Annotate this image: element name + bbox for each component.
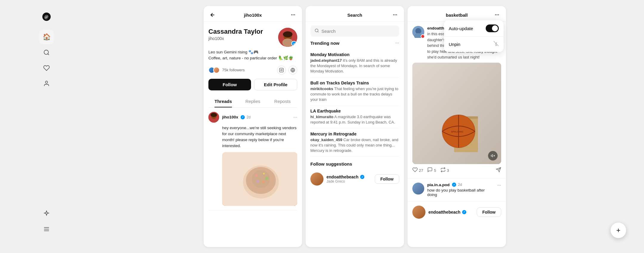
- basketball-text-2: how do you play basketball after doing: [427, 188, 494, 197]
- sidebar-bottom: [39, 206, 54, 242]
- profile-panel: jiho100x ··· Cassandra Taylor jiho100x: [204, 6, 302, 247]
- edit-profile-button[interactable]: Edit Profile: [254, 79, 297, 90]
- trending-desc-2: hi_kimuraito A magnitude 3.0 earthquake …: [310, 114, 399, 125]
- svg-text:SPALDING: SPALDING: [451, 130, 463, 133]
- svg-point-24: [265, 177, 268, 180]
- search-input[interactable]: [321, 29, 395, 34]
- svg-point-12: [282, 69, 283, 69]
- thread-post-username: jiho100x: [222, 115, 238, 119]
- repost-button-1[interactable]: 3: [440, 167, 449, 174]
- basketball-panel-title: basketball: [446, 13, 467, 18]
- dropdown-auto-update[interactable]: Auto-update: [444, 20, 504, 37]
- profile-content: Cassandra Taylor jiho100x: [204, 22, 302, 247]
- basketball-suggestion: endoatthebeach ✓ Follow: [408, 201, 506, 223]
- follow-button[interactable]: Follow: [208, 79, 251, 90]
- profile-bio: Leo sun Gemini rising 🐾🎮 Coffee, art, na…: [208, 49, 297, 61]
- basketball-username-2: pia.in.a.pod: [427, 183, 450, 187]
- trending-item-3[interactable]: Mercury in Retrograde okay_kaiden_459 Ca…: [310, 129, 399, 157]
- suggestion-name-0: endoatthebeach ✓: [326, 175, 372, 179]
- svg-point-8: [283, 31, 292, 37]
- trending-desc-0: jaded.elephant17 it's only 8AM and this …: [310, 58, 399, 74]
- comment-icon: [427, 167, 433, 174]
- link-icon[interactable]: [288, 66, 297, 75]
- search-bar-container: [306, 22, 404, 40]
- comment-button-1[interactable]: 5: [427, 167, 436, 174]
- volume-button[interactable]: [488, 151, 498, 161]
- like-button-1[interactable]: 27: [412, 167, 423, 174]
- search-bar: [310, 25, 399, 37]
- trending-header: Trending now ···: [310, 40, 399, 46]
- search-panel-title: Search: [347, 13, 362, 18]
- trending-desc-3: okay_kaiden_459 Car broke down, nail bro…: [310, 137, 399, 154]
- sidebar-item-search[interactable]: [39, 45, 54, 60]
- basketball-avatar-2: [412, 183, 424, 195]
- sidebar-item-home[interactable]: 🏠: [39, 30, 54, 44]
- social-icons: [277, 66, 297, 75]
- live-badge: [421, 34, 425, 38]
- suggestion-follow-button-0[interactable]: Follow: [375, 174, 399, 184]
- trending-item-2[interactable]: LA Earthquake hi_kimuraito A magnitude 3…: [310, 106, 399, 128]
- sidebar-item-profile[interactable]: [39, 76, 54, 91]
- tab-replies[interactable]: Replies: [238, 95, 267, 107]
- trending-topic-2: LA Earthquake: [310, 109, 399, 113]
- svg-point-11: [281, 69, 282, 71]
- basketball-post-meta-2: pia.in.a.pod ✓ 2d how do you play basket…: [427, 183, 494, 197]
- thread-post-avatar: [208, 112, 219, 123]
- threads-logo[interactable]: @: [41, 11, 52, 23]
- svg-rect-10: [279, 68, 283, 72]
- sidebar-item-menu[interactable]: [39, 222, 54, 236]
- auto-update-label: Auto-update: [449, 26, 473, 31]
- svg-text:@: @: [44, 15, 48, 19]
- repost-count-1: 3: [447, 168, 449, 173]
- basketball-time-2: 2d: [458, 183, 462, 187]
- instagram-icon[interactable]: [277, 66, 286, 75]
- search-more-button[interactable]: ···: [391, 11, 399, 19]
- unpin-label: Unpin: [449, 42, 460, 47]
- svg-point-17: [210, 113, 217, 117]
- sidebar-nav: 🏠: [39, 30, 54, 204]
- sidebar-item-likes[interactable]: [39, 61, 54, 75]
- profile-actions: Follow Edit Profile: [208, 79, 297, 90]
- thread-post-verified: ✓: [241, 115, 245, 119]
- panels-wrapper: jiho100x ··· Cassandra Taylor jiho100x: [204, 6, 506, 247]
- auto-update-toggle[interactable]: [486, 24, 499, 32]
- trending-item-1[interactable]: Bull on Tracks Delays Trains mirikitcook…: [310, 78, 399, 106]
- basketball-suggestion-follow-button[interactable]: Follow: [477, 207, 501, 217]
- thread-post: jiho100x ✓ 2d ··· hey everyone...we're s…: [208, 108, 297, 210]
- trending-topic-0: Monday Motivation: [310, 52, 399, 57]
- thread-post-time: 2d: [247, 115, 250, 119]
- search-panel-header: Search ···: [306, 6, 404, 22]
- tab-threads[interactable]: Threads: [208, 95, 238, 107]
- sidebar-item-pin[interactable]: [39, 206, 54, 221]
- search-panel: Search ··· Trending now ···: [306, 6, 404, 247]
- thread-post-image-inner: [222, 152, 297, 206]
- fab-button[interactable]: +: [611, 223, 626, 238]
- svg-point-25: [257, 181, 259, 182]
- suggestions-title: Follow suggestions: [310, 161, 399, 166]
- trending-more[interactable]: ···: [395, 40, 399, 46]
- back-button[interactable]: [208, 11, 217, 19]
- post-actions-1: 27 5: [412, 167, 501, 174]
- dropdown-unpin[interactable]: Unpin: [444, 37, 504, 52]
- unpin-icon: [493, 41, 499, 48]
- share-button-1[interactable]: [496, 167, 501, 174]
- basketball-post-header-2: pia.in.a.pod ✓ 2d how do you play basket…: [412, 183, 501, 197]
- tab-reposts[interactable]: Reposts: [268, 95, 297, 107]
- basketball-more-2[interactable]: ···: [497, 183, 501, 188]
- svg-point-27: [315, 29, 318, 32]
- profile-stats: 75k followers: [208, 66, 297, 75]
- basketball-content: endoattheb... in this essaydaughter'sbeh…: [408, 22, 506, 247]
- search-icon: [315, 28, 319, 34]
- basketball-post-2: pia.in.a.pod ✓ 2d how do you play basket…: [408, 178, 506, 201]
- profile-more-button[interactable]: ···: [289, 11, 297, 19]
- share-icon: [496, 167, 501, 174]
- basketball-more-button[interactable]: ···: [493, 11, 501, 19]
- suggestion-avatar-0: [310, 172, 323, 186]
- trending-item-0[interactable]: Monday Motivation jaded.elephant17 it's …: [310, 49, 399, 78]
- profile-name-section: Cassandra Taylor jiho100x: [208, 28, 278, 41]
- follow-suggestions: Follow suggestions endoatthebeach ✓ Jade…: [310, 161, 399, 188]
- thread-post-more[interactable]: ···: [293, 115, 297, 120]
- profile-tabs: Threads Replies Reposts: [208, 95, 297, 108]
- sidebar: @ 🏠: [36, 6, 57, 247]
- svg-marker-40: [491, 154, 493, 157]
